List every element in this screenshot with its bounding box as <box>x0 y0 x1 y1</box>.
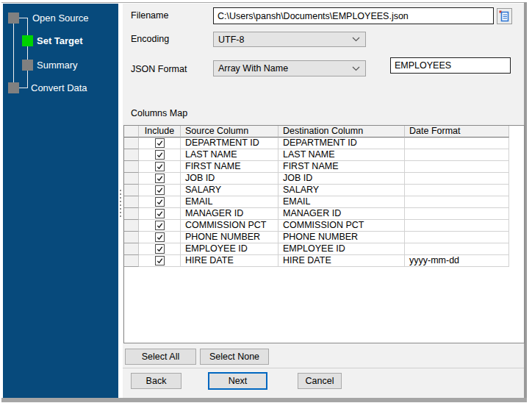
include-cell <box>139 185 181 196</box>
include-cell <box>139 149 181 161</box>
step-indicator-open-source <box>8 13 19 24</box>
chevron-down-icon <box>352 66 360 71</box>
destination-column-cell[interactable]: LAST NAME <box>278 149 405 161</box>
table-row[interactable]: LAST NAME LAST NAME <box>124 149 524 161</box>
columns-map-rows: DEPARTMENT ID DEPARTMENT ID LAST NAME LA… <box>124 138 524 267</box>
step-indicator-convert-data <box>8 82 19 93</box>
include-checkbox[interactable] <box>155 150 165 160</box>
include-checkbox[interactable] <box>155 138 165 148</box>
destination-column-cell[interactable]: JOB ID <box>278 173 405 185</box>
date-format-cell[interactable]: yyyy-mm-dd <box>405 255 509 267</box>
include-checkbox[interactable] <box>155 174 165 183</box>
date-format-cell[interactable] <box>405 149 509 161</box>
source-column-cell[interactable]: EMAIL <box>181 196 278 208</box>
source-column-cell[interactable]: HIRE DATE <box>181 255 278 267</box>
json-format-select[interactable]: Array With Name <box>213 60 366 76</box>
cancel-button[interactable]: Cancel <box>298 373 342 389</box>
date-format-cell[interactable] <box>405 161 509 173</box>
table-row[interactable]: FIRST NAME FIRST NAME <box>124 161 524 173</box>
row-header-cell[interactable] <box>124 255 139 267</box>
include-checkbox[interactable] <box>155 162 165 171</box>
destination-column-cell[interactable]: EMPLOYEE ID <box>278 243 405 255</box>
back-button[interactable]: Back <box>131 373 181 389</box>
date-format-cell[interactable] <box>405 138 509 149</box>
row-header-cell[interactable] <box>124 149 139 161</box>
include-checkbox[interactable] <box>155 256 165 265</box>
window-bottom-border <box>1 398 527 402</box>
source-column-cell[interactable]: MANAGER ID <box>181 208 278 220</box>
source-column-cell[interactable]: DEPARTMENT ID <box>181 138 278 149</box>
include-cell <box>139 173 181 185</box>
source-column-cell[interactable]: JOB ID <box>181 173 278 185</box>
filename-input[interactable] <box>213 7 494 24</box>
include-checkbox[interactable] <box>155 244 165 254</box>
date-format-cell[interactable] <box>405 196 509 208</box>
row-header-cell[interactable] <box>124 138 139 149</box>
source-column-cell[interactable]: FIRST NAME <box>181 161 278 173</box>
step-indicator-set-target <box>22 35 33 46</box>
select-none-button[interactable]: Select None <box>200 349 269 365</box>
destination-column-cell[interactable]: FIRST NAME <box>278 161 405 173</box>
date-format-cell[interactable] <box>405 173 509 185</box>
wizard-steps-sidebar: Open Source Set Target Summary Convert D… <box>3 4 118 398</box>
table-row[interactable]: EMPLOYEE ID EMPLOYEE ID <box>124 243 524 255</box>
sidebar-step-set-target: Set Target <box>37 35 83 46</box>
table-row[interactable]: DEPARTMENT ID DEPARTMENT ID <box>124 138 524 149</box>
include-checkbox[interactable] <box>155 197 165 207</box>
next-button[interactable]: Next <box>208 372 267 390</box>
source-column-cell[interactable]: COMMISSION PCT <box>181 220 278 232</box>
include-checkbox[interactable] <box>155 209 165 218</box>
select-all-button[interactable]: Select All <box>125 349 196 365</box>
date-format-cell[interactable] <box>405 220 509 232</box>
include-cell <box>139 196 181 208</box>
table-row[interactable]: EMAIL EMAIL <box>124 196 524 208</box>
columns-map-grid: Include Source Column Destination Column… <box>123 125 525 343</box>
date-format-cell[interactable] <box>405 232 509 243</box>
destination-column-cell[interactable]: PHONE NUMBER <box>278 232 405 243</box>
row-header-cell[interactable] <box>124 185 139 196</box>
row-header-column-header <box>124 126 139 138</box>
table-row[interactable]: HIRE DATE HIRE DATE yyyy-mm-dd <box>124 255 524 267</box>
destination-column-cell[interactable]: COMMISSION PCT <box>278 220 405 232</box>
row-header-cell[interactable] <box>124 161 139 173</box>
row-header-cell[interactable] <box>124 220 139 232</box>
date-format-column-header: Date Format <box>405 126 509 138</box>
source-column-cell[interactable]: LAST NAME <box>181 149 278 161</box>
row-header-cell[interactable] <box>124 232 139 243</box>
row-header-cell[interactable] <box>124 208 139 220</box>
date-format-cell[interactable] <box>405 185 509 196</box>
wizard-window: Open Source Set Target Summary Convert D… <box>0 0 532 403</box>
destination-column-cell[interactable]: DEPARTMENT ID <box>278 138 405 149</box>
date-format-cell[interactable] <box>405 208 509 220</box>
destination-column-cell[interactable]: EMAIL <box>278 196 405 208</box>
source-column-cell[interactable]: SALARY <box>181 185 278 196</box>
splitter-grip-icon <box>120 190 121 218</box>
table-row[interactable]: JOB ID JOB ID <box>124 173 524 185</box>
table-row[interactable]: PHONE NUMBER PHONE NUMBER <box>124 232 524 243</box>
destination-column-cell[interactable]: MANAGER ID <box>278 208 405 220</box>
row-header-cell[interactable] <box>124 243 139 255</box>
table-row[interactable]: MANAGER ID MANAGER ID <box>124 208 524 220</box>
source-column-cell[interactable]: PHONE NUMBER <box>181 232 278 243</box>
row-header-cell[interactable] <box>124 196 139 208</box>
source-column-cell[interactable]: EMPLOYEE ID <box>181 243 278 255</box>
source-column-header: Source Column <box>181 126 278 138</box>
include-cell <box>139 220 181 232</box>
include-cell <box>139 243 181 255</box>
step-indicator-summary <box>22 60 33 71</box>
include-checkbox[interactable] <box>155 185 165 195</box>
encoding-select[interactable]: UTF-8 <box>213 32 366 47</box>
array-name-input[interactable] <box>390 57 511 74</box>
row-header-cell[interactable] <box>124 173 139 185</box>
chevron-down-icon <box>352 37 360 42</box>
include-checkbox[interactable] <box>155 221 165 230</box>
button-bar-divider <box>123 368 524 368</box>
destination-column-cell[interactable]: HIRE DATE <box>278 255 405 267</box>
browse-file-button[interactable] <box>497 8 512 24</box>
date-format-cell[interactable] <box>405 243 509 255</box>
table-row[interactable]: COMMISSION PCT COMMISSION PCT <box>124 220 524 232</box>
include-checkbox[interactable] <box>155 232 165 242</box>
destination-column-cell[interactable]: SALARY <box>278 185 405 196</box>
table-row[interactable]: SALARY SALARY <box>124 185 524 196</box>
document-icon <box>499 10 510 22</box>
